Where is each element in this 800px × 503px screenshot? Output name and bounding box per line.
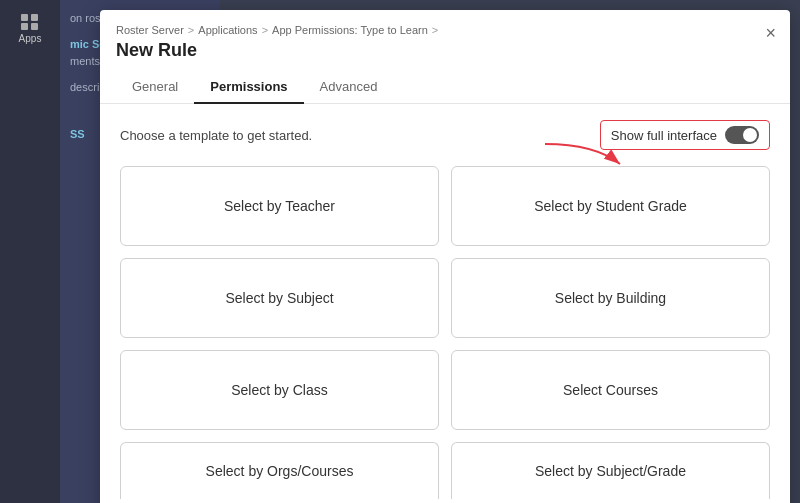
breadcrumb: Roster Server > Applications > App Permi… <box>116 24 774 36</box>
template-card-subject-grade[interactable]: Select by Subject/Grade <box>451 442 770 499</box>
tab-permissions[interactable]: Permissions <box>194 71 303 104</box>
modal-header: × Roster Server > Applications > App Per… <box>100 10 790 104</box>
partial-cards-row: Select by Orgs/Courses Select by Subject… <box>120 442 770 499</box>
template-card-courses[interactable]: Select Courses <box>451 350 770 430</box>
close-button[interactable]: × <box>765 24 776 42</box>
template-card-teacher[interactable]: Select by Teacher <box>120 166 439 246</box>
template-grid: Select by Teacher Select by Student Grad… <box>120 166 770 430</box>
choose-template-label: Choose a template to get started. <box>120 128 312 143</box>
template-card-subject[interactable]: Select by Subject <box>120 258 439 338</box>
template-card-orgs[interactable]: Select by Orgs/Courses <box>120 442 439 499</box>
left-nav-bar <box>0 0 60 503</box>
show-full-interface-toggle-container[interactable]: Show full interface <box>600 120 770 150</box>
top-controls-bar: Choose a template to get started. Show f… <box>120 120 770 150</box>
toggle-knob <box>743 128 757 142</box>
toggle-switch[interactable] <box>725 126 759 144</box>
template-card-building[interactable]: Select by Building <box>451 258 770 338</box>
tab-general[interactable]: General <box>116 71 194 104</box>
tab-advanced[interactable]: Advanced <box>304 71 394 104</box>
page-title: New Rule <box>116 40 774 61</box>
tab-bar: General Permissions Advanced <box>116 71 774 103</box>
modal-body: Choose a template to get started. Show f… <box>100 104 790 503</box>
template-card-class[interactable]: Select by Class <box>120 350 439 430</box>
new-rule-modal: × Roster Server > Applications > App Per… <box>100 10 790 503</box>
template-card-student-grade[interactable]: Select by Student Grade <box>451 166 770 246</box>
apps-icon-label: Apps <box>10 14 50 44</box>
toggle-label: Show full interface <box>611 128 717 143</box>
